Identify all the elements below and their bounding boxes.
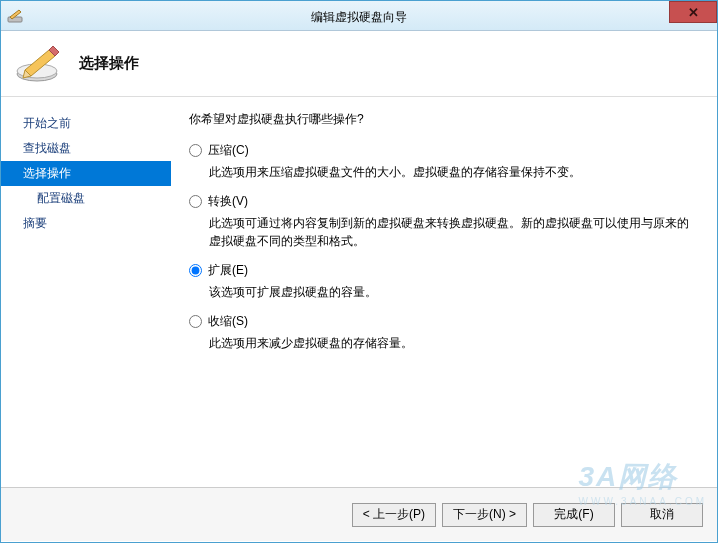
sidebar-item-0[interactable]: 开始之前 [1, 111, 171, 136]
option-shrink: 收缩(S)此选项用来减少虚拟硬盘的存储容量。 [189, 313, 697, 352]
wizard-footer: 3A网络 WWW.3ANAA.COM < 上一步(P) 下一步(N) > 完成(… [1, 487, 717, 541]
radio-compress[interactable] [189, 144, 202, 157]
sidebar-item-4[interactable]: 摘要 [1, 211, 171, 236]
prompt-text: 你希望对虚拟硬盘执行哪些操作? [189, 111, 697, 128]
option-group: 压缩(C)此选项用来压缩虚拟硬盘文件的大小。虚拟硬盘的存储容量保持不变。转换(V… [189, 142, 697, 352]
option-convert: 转换(V)此选项可通过将内容复制到新的虚拟硬盘来转换虚拟硬盘。新的虚拟硬盘可以使… [189, 193, 697, 250]
option-row-expand[interactable]: 扩展(E) [189, 262, 697, 279]
prev-button[interactable]: < 上一步(P) [352, 503, 436, 527]
radio-expand[interactable] [189, 264, 202, 277]
option-label-convert: 转换(V) [208, 193, 248, 210]
option-desc-convert: 此选项可通过将内容复制到新的虚拟硬盘来转换虚拟硬盘。新的虚拟硬盘可以使用与原来的… [209, 214, 697, 250]
window-title: 编辑虚拟硬盘向导 [311, 9, 407, 26]
content-pane: 你希望对虚拟硬盘执行哪些操作? 压缩(C)此选项用来压缩虚拟硬盘文件的大小。虚拟… [171, 97, 717, 487]
option-desc-shrink: 此选项用来减少虚拟硬盘的存储容量。 [209, 334, 697, 352]
finish-button[interactable]: 完成(F) [533, 503, 615, 527]
close-button[interactable]: ✕ [669, 1, 717, 23]
titlebar: 编辑虚拟硬盘向导 ✕ [1, 1, 717, 31]
sidebar-item-2[interactable]: 选择操作 [1, 161, 171, 186]
disk-edit-icon [15, 44, 61, 84]
option-expand: 扩展(E)该选项可扩展虚拟硬盘的容量。 [189, 262, 697, 301]
option-label-shrink: 收缩(S) [208, 313, 248, 330]
option-row-shrink[interactable]: 收缩(S) [189, 313, 697, 330]
wizard-header: 选择操作 [1, 31, 717, 97]
sidebar: 开始之前查找磁盘选择操作配置磁盘摘要 [1, 97, 171, 487]
radio-convert[interactable] [189, 195, 202, 208]
cancel-button[interactable]: 取消 [621, 503, 703, 527]
option-row-convert[interactable]: 转换(V) [189, 193, 697, 210]
option-label-compress: 压缩(C) [208, 142, 249, 159]
option-desc-compress: 此选项用来压缩虚拟硬盘文件的大小。虚拟硬盘的存储容量保持不变。 [209, 163, 697, 181]
next-button[interactable]: 下一步(N) > [442, 503, 527, 527]
sidebar-item-3[interactable]: 配置磁盘 [1, 186, 171, 211]
option-label-expand: 扩展(E) [208, 262, 248, 279]
option-row-compress[interactable]: 压缩(C) [189, 142, 697, 159]
option-desc-expand: 该选项可扩展虚拟硬盘的容量。 [209, 283, 697, 301]
page-title: 选择操作 [79, 54, 139, 73]
sidebar-item-1[interactable]: 查找磁盘 [1, 136, 171, 161]
option-compress: 压缩(C)此选项用来压缩虚拟硬盘文件的大小。虚拟硬盘的存储容量保持不变。 [189, 142, 697, 181]
wizard-body: 开始之前查找磁盘选择操作配置磁盘摘要 你希望对虚拟硬盘执行哪些操作? 压缩(C)… [1, 97, 717, 487]
close-icon: ✕ [688, 5, 699, 20]
radio-shrink[interactable] [189, 315, 202, 328]
app-icon [7, 8, 23, 24]
